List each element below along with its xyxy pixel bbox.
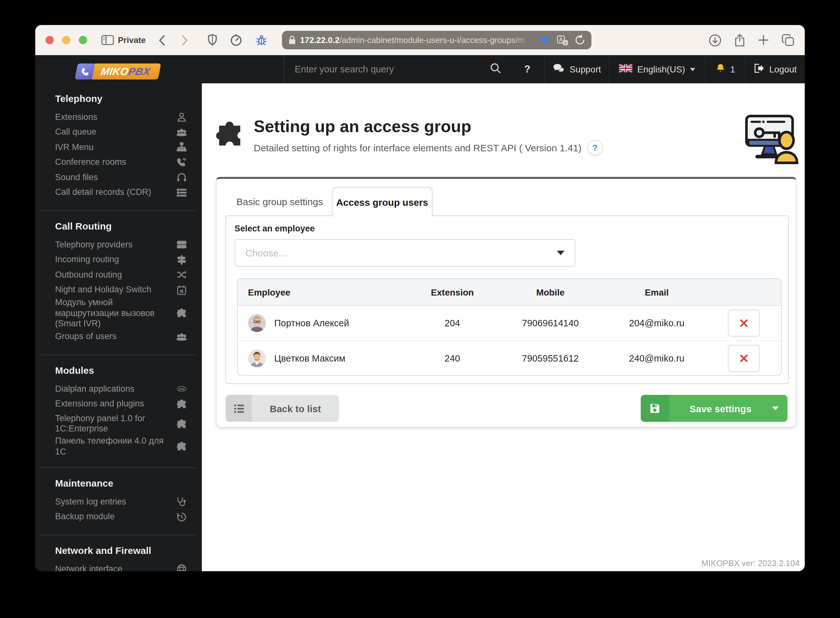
tab-access-group-users[interactable]: Access group users xyxy=(332,187,433,217)
mikopbx-logo[interactable]: MIKOPBX xyxy=(76,64,202,79)
puzzle-icon xyxy=(176,309,187,318)
sidebar-item-network-interface[interactable]: Network interface xyxy=(55,562,187,571)
sidebar-item-system-log-entries[interactable]: System log entries xyxy=(55,494,187,510)
tab-basic-group-settings[interactable]: Basic group settings xyxy=(236,188,323,216)
sidebar-item-call-queue[interactable]: Call queue xyxy=(55,125,187,140)
access-group-illustration xyxy=(743,114,801,167)
logout-menu-item[interactable]: Logout xyxy=(745,55,805,83)
select-employee-label: Select an employee xyxy=(234,224,315,233)
header-email: Email xyxy=(594,287,720,297)
sidebar-item-outbound-routing[interactable]: Outbound routing xyxy=(55,267,187,282)
sidebar-item-backup-module[interactable]: Backup module xyxy=(55,510,187,524)
sidebar-divider xyxy=(40,467,197,468)
audio-playing-icon[interactable] xyxy=(540,35,551,45)
delete-employee-button[interactable] xyxy=(728,345,760,372)
employee-name: Цветков Максим xyxy=(274,353,345,364)
sidebar-divider xyxy=(40,355,197,355)
employee-select-dropdown[interactable]: Choose... xyxy=(234,239,575,267)
header-employee: Employee xyxy=(238,287,398,297)
tab-overview-icon[interactable] xyxy=(782,34,794,46)
version-label: MIKOPBX ver: 2023.2.104 xyxy=(702,559,800,568)
employee-mobile: 79069614140 xyxy=(507,318,594,328)
employee-extension: 204 xyxy=(398,318,507,328)
share-icon[interactable] xyxy=(734,34,745,46)
forward-icon[interactable] xyxy=(182,34,189,46)
sidebar: MIKOPBX Telephony Extensions Call queue … xyxy=(35,55,202,571)
minimize-window-button[interactable] xyxy=(62,36,71,44)
sidebar-item-extensions[interactable]: Extensions xyxy=(55,110,187,125)
subtitle-help-icon[interactable]: ? xyxy=(587,140,603,155)
search-area xyxy=(284,55,510,83)
history-icon xyxy=(176,512,187,522)
reload-icon[interactable] xyxy=(575,35,585,46)
dropdown-placeholder: Choose... xyxy=(245,247,557,258)
page-content: Setting up an access group Detailed sett… xyxy=(202,83,805,571)
puzzle-icon xyxy=(176,419,187,429)
shuffle-icon xyxy=(176,270,187,280)
search-icon[interactable] xyxy=(490,62,501,76)
sidebar-item-cdr[interactable]: Call detail records (CDR) xyxy=(55,185,187,200)
sidebar-item-groups-of-users[interactable]: Groups of users xyxy=(55,329,187,344)
sidebar-item-panel-telefonii-4[interactable]: Панель телефонии 4.0 для 1С xyxy=(55,436,187,457)
translate-icon[interactable]: Ax xyxy=(557,35,569,45)
save-settings-button[interactable]: Save settings xyxy=(641,395,787,422)
sidebar-item-night-holiday-switch[interactable]: Night and Holiday Switch xyxy=(55,282,187,297)
address-bar[interactable]: 172.22.0.2/admin-cabinet/module-users-u-… xyxy=(282,31,592,49)
globe-icon xyxy=(176,565,187,572)
save-icon xyxy=(641,395,669,422)
new-tab-icon[interactable] xyxy=(758,35,769,46)
employee-email: 204@miko.ru xyxy=(594,318,720,328)
section-title-call-routing: Call Routing xyxy=(55,221,187,232)
header-extension: Extension xyxy=(398,287,507,297)
zoom-window-button[interactable] xyxy=(79,36,87,44)
sidebar-item-ivr-menu[interactable]: IVR Menu xyxy=(55,140,187,155)
topnav-spacer xyxy=(202,55,284,83)
page-subtitle: Detailed setting of rights for interface… xyxy=(254,142,581,153)
phone-volume-icon xyxy=(176,158,187,167)
sidebar-item-smart-ivr[interactable]: Модуль умной маршрутизации вызовов (Smar… xyxy=(55,297,187,329)
language-menu-item[interactable]: English(US) xyxy=(609,55,705,83)
avatar xyxy=(248,314,266,332)
shield-extension-icon[interactable] xyxy=(208,34,218,46)
section-title-modules: Modules xyxy=(55,365,187,376)
sidebar-item-telephony-panel-1c[interactable]: Telephony panel 1.0 for 1C:Enterprise xyxy=(55,412,187,436)
back-icon[interactable] xyxy=(159,34,166,46)
notifications-menu-item[interactable]: 1 xyxy=(705,55,745,83)
access-group-users-panel: Select an employee Choose... Employee Ex… xyxy=(225,215,789,384)
stethoscope-icon xyxy=(176,497,187,507)
puzzle-icon xyxy=(176,442,187,451)
support-menu-item[interactable]: Support xyxy=(545,55,609,83)
employee-mobile: 79059551612 xyxy=(507,353,594,364)
browser-window: Private 172.22.0.2/admin-cabi xyxy=(35,25,805,571)
back-to-list-button[interactable]: Back to list xyxy=(225,395,339,422)
avatar xyxy=(248,349,266,367)
headphones-icon xyxy=(176,173,187,183)
downloads-icon[interactable] xyxy=(709,34,721,46)
help-menu-item[interactable]: ? xyxy=(510,55,545,83)
sidebar-item-conference-rooms[interactable]: Conference rooms xyxy=(55,155,187,170)
timer-extension-icon[interactable] xyxy=(230,34,243,46)
close-window-button[interactable] xyxy=(46,36,54,44)
save-dropdown-caret[interactable] xyxy=(772,395,787,422)
section-title-maintenance: Maintenance xyxy=(55,478,187,489)
section-title-telephony: Telephony xyxy=(55,93,187,104)
delete-employee-button[interactable] xyxy=(728,310,760,337)
sidebar-item-extensions-plugins[interactable]: Extensions and plugins xyxy=(55,397,187,412)
sidebar-item-incoming-routing[interactable]: Incoming routing xyxy=(55,252,187,267)
sidebar-nav: Telephony Extensions Call queue IVR Menu xyxy=(35,79,202,571)
top-navbar: ? Support English(US) xyxy=(202,55,805,83)
search-input[interactable] xyxy=(293,64,490,75)
list-icon xyxy=(176,188,187,198)
dropdown-caret-icon xyxy=(557,251,564,255)
chevron-down-icon xyxy=(690,68,696,71)
sidebar-item-dialplan-applications[interactable]: Dialplan applications php xyxy=(55,382,187,397)
screen: Private 172.22.0.2/admin-cabi xyxy=(0,0,840,618)
list-icon xyxy=(225,395,252,422)
employee-email: 240@miko.ru xyxy=(594,353,720,364)
sidebar-toggle-icon[interactable] xyxy=(101,35,114,46)
server-icon xyxy=(176,240,187,250)
bell-icon xyxy=(716,63,725,75)
debug-bug-extension-icon[interactable] xyxy=(255,34,268,46)
sidebar-item-sound-files[interactable]: Sound files xyxy=(55,170,187,185)
sidebar-item-telephony-providers[interactable]: Telephony providers xyxy=(55,237,187,252)
